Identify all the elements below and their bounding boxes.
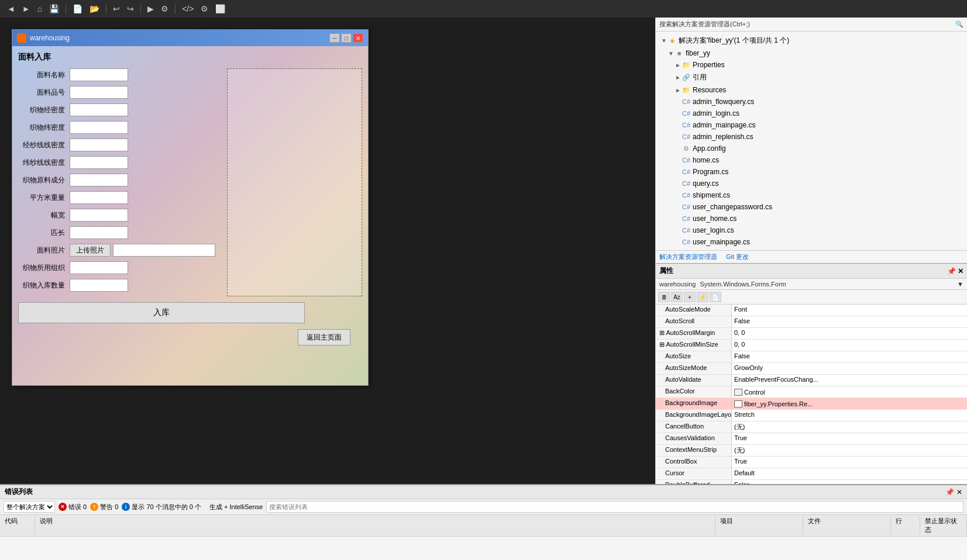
- prop-row-autoscroll[interactable]: AutoScroll False: [656, 316, 967, 328]
- search-icon[interactable]: 🔍: [955, 20, 963, 28]
- settings-icon[interactable]: ⚙: [198, 3, 211, 15]
- prop-name-backcolor: BackColor: [656, 386, 732, 397]
- solution-expand-arrow[interactable]: ▼: [660, 37, 667, 44]
- properties-expand-arrow[interactable]: ►: [675, 62, 682, 68]
- warning-icon: !: [90, 503, 98, 511]
- git-changes-link[interactable]: Git 更改: [726, 253, 749, 260]
- label-quantity: 织物入库数量: [18, 281, 65, 291]
- prop-dropdown-arrow[interactable]: ▼: [957, 281, 963, 288]
- save-btn[interactable]: 💾: [47, 3, 61, 15]
- tree-item-admin-flowquery[interactable]: C# admin_flowquery.cs: [656, 96, 967, 108]
- scope-dropdown[interactable]: 整个解决方案: [4, 501, 55, 513]
- restore-button[interactable]: □: [341, 33, 352, 43]
- input-weft-count[interactable]: [70, 156, 128, 169]
- input-width[interactable]: [70, 209, 128, 222]
- maximize-icon[interactable]: ⬜: [213, 3, 228, 15]
- input-weight[interactable]: [70, 191, 128, 204]
- prop-row-autosize[interactable]: AutoSize False: [656, 351, 967, 363]
- tree-item-admin-replenish[interactable]: C# admin_replenish.cs: [656, 131, 967, 143]
- home-btn[interactable]: ⌂: [35, 3, 44, 15]
- prop-row-doublebuffered[interactable]: DoubleBuffered False: [656, 480, 967, 484]
- prop-row-contextmenustrip[interactable]: ContextMenuStrip (无): [656, 445, 967, 457]
- input-quantity[interactable]: [70, 279, 128, 292]
- item-label-ref: 引用: [693, 72, 707, 82]
- project-expand-arrow[interactable]: ▼: [667, 50, 675, 57]
- build-btn[interactable]: ▶: [145, 3, 156, 15]
- new-file-btn[interactable]: 📄: [70, 3, 85, 15]
- prop-event-btn[interactable]: ⚡: [697, 292, 708, 302]
- close-button[interactable]: ✕: [353, 33, 363, 43]
- back-button[interactable]: 返回主页面: [298, 329, 350, 345]
- prop-row-cancelbutton[interactable]: CancelButton (无): [656, 421, 967, 433]
- input-number[interactable]: [70, 86, 128, 99]
- prop-val-cursor: Default: [732, 468, 967, 479]
- prop-row-bgimgayout[interactable]: BackgroundImageLayou Stretch: [656, 410, 967, 421]
- solution-explorer: 搜索解决方案资源管理器(Ctrl+;) 🔍 ▼ ◈ 解决方案'fiber_yy'…: [656, 18, 967, 263]
- label-weft-count: 纬纱线线密度: [18, 158, 65, 168]
- prop-row-autoscrollmargin[interactable]: ⊞ AutoScrollMargin 0, 0: [656, 328, 967, 340]
- pin-icon[interactable]: 📌: [945, 488, 954, 496]
- back-nav-btn[interactable]: ◄: [5, 3, 18, 15]
- debug-btn[interactable]: ⚙: [159, 3, 171, 15]
- tree-item-user-changepassword[interactable]: C# user_changepassword.cs: [656, 201, 967, 213]
- prop-expand-btn[interactable]: +: [684, 292, 696, 302]
- tree-item-user-login[interactable]: C# user_login.cs: [656, 224, 967, 236]
- tree-item-program[interactable]: C# Program.cs: [656, 166, 967, 178]
- label-name: 面料名称: [18, 70, 65, 80]
- error-search-input[interactable]: [266, 501, 963, 513]
- tree-item-properties[interactable]: ► 📁 Properties: [656, 59, 967, 71]
- redo-btn[interactable]: ↪: [125, 3, 136, 15]
- solution-explorer-link[interactable]: 解决方案资源管理器: [659, 253, 717, 260]
- project-item[interactable]: ▼ ■ fiber_yy: [656, 47, 967, 59]
- tree-item-query[interactable]: C# query.cs: [656, 178, 967, 189]
- prop-row-autosizemode[interactable]: AutoSizeMode GrowOnly: [656, 363, 967, 375]
- prop-row-autovalidate[interactable]: AutoValidate EnablePreventFocusChang...: [656, 375, 967, 386]
- input-warp-density[interactable]: [70, 103, 128, 116]
- tree-item-user-mainpage[interactable]: C# user_mainpage.cs: [656, 236, 967, 248]
- minimize-button[interactable]: ─: [329, 33, 340, 43]
- tree-item-home[interactable]: C# home.cs: [656, 154, 967, 166]
- tree-item-resources[interactable]: ► 📁 Resources: [656, 84, 967, 96]
- prop-row-cursor[interactable]: Cursor Default: [656, 468, 967, 480]
- tree-item-shipment[interactable]: C# shipment.cs: [656, 189, 967, 201]
- open-btn[interactable]: 📂: [87, 3, 102, 15]
- prop-pin-icon[interactable]: 📌: [947, 267, 956, 275]
- warning-badge[interactable]: ! 警告 0: [90, 503, 118, 511]
- input-material[interactable]: [70, 174, 128, 186]
- tree-item-app-config[interactable]: ⚙ App.config: [656, 143, 967, 154]
- submit-button[interactable]: 入库: [18, 302, 305, 323]
- resources-expand-arrow[interactable]: ►: [675, 87, 682, 94]
- upload-photo-button[interactable]: 上传照片: [70, 244, 111, 257]
- undo-btn[interactable]: ↩: [111, 3, 122, 15]
- prop-category-btn[interactable]: ≣: [658, 292, 670, 302]
- ref-expand-arrow[interactable]: ►: [675, 74, 682, 81]
- prop-row-controlbox[interactable]: ControlBox True: [656, 457, 967, 468]
- input-group[interactable]: [70, 261, 128, 274]
- close-panel-icon[interactable]: ✕: [956, 488, 962, 496]
- tree-item-user-home[interactable]: C# user_home.cs: [656, 213, 967, 224]
- prop-property-page-btn[interactable]: 📄: [710, 292, 721, 302]
- prop-row-backgroundimage[interactable]: BackgroundImage fiber_yy.Properties.Re..…: [656, 398, 967, 410]
- prop-row-causesvalidation[interactable]: CausesValidation True: [656, 433, 967, 445]
- input-length[interactable]: [70, 226, 128, 239]
- input-weft-density[interactable]: [70, 121, 128, 134]
- prop-row-autoscrollminsize[interactable]: ⊞ AutoScrollMinSize 0, 0: [656, 340, 967, 351]
- message-badge[interactable]: i 显示 70 个消息中的 0 个: [122, 503, 201, 511]
- input-name[interactable]: [70, 68, 128, 81]
- input-warp-count[interactable]: [70, 139, 128, 151]
- form-body: 面料入库 面料名称 面料品号 织物经密度: [12, 46, 368, 385]
- solution-root-item[interactable]: ▼ ◈ 解决方案'fiber_yy'(1 个项目/共 1 个): [656, 34, 967, 47]
- tree-item-admin-login[interactable]: C# admin_login.cs: [656, 108, 967, 119]
- prop-row-autoscalemode[interactable]: AutoScaleMode Font: [656, 305, 967, 316]
- prop-row-backcolor[interactable]: BackColor Control: [656, 386, 967, 398]
- prop-close-icon[interactable]: ✕: [958, 267, 963, 275]
- forward-nav-btn[interactable]: ►: [20, 3, 33, 15]
- prop-alpha-btn[interactable]: Az: [671, 292, 683, 302]
- item-label-shipment: shipment.cs: [693, 191, 730, 199]
- label-length: 匹长: [18, 228, 65, 238]
- tree-item-admin-mainpage[interactable]: C# admin_mainpage.cs: [656, 119, 967, 131]
- error-badge[interactable]: ✕ 错误 0: [58, 503, 87, 511]
- field-row-quantity: 织物入库数量: [18, 279, 215, 292]
- cs-file-icon12: C#: [682, 238, 691, 246]
- tree-item-ref[interactable]: ► 🔗 引用: [656, 71, 967, 84]
